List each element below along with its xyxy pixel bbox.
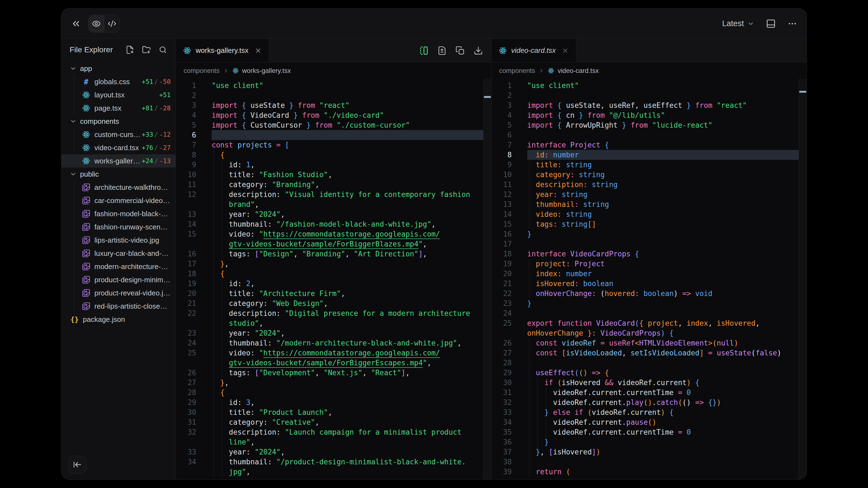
code-line[interactable]: 18interface VideoCardProps { — [492, 249, 807, 259]
code-line[interactable]: 28 { — [176, 388, 491, 397]
tree-folder-app[interactable]: app — [61, 62, 176, 75]
code-line[interactable]: 14 video: string — [492, 209, 807, 219]
code-line[interactable]: 22 onHoverChange: (hovered: boolean) => … — [492, 289, 807, 298]
code-line[interactable]: 9 id: 1, — [176, 160, 491, 170]
code-line[interactable]: 4import { VideoCard } from "./video-card… — [176, 110, 491, 120]
new-file-button[interactable] — [125, 45, 134, 54]
tree-file-fashion-runway-scen[interactable]: fashion-runway-scen… — [61, 220, 176, 233]
tree-file-luxury-car-black-and-[interactable]: luxury-car-black-and-… — [61, 247, 176, 260]
tree-file-globals.css[interactable]: #globals.css+51/-50 — [61, 75, 176, 88]
file-diff-button[interactable] — [437, 46, 447, 55]
collapse-sidebar-button[interactable] — [68, 456, 86, 474]
new-folder-button[interactable] — [142, 45, 151, 54]
scrollbar-thumb[interactable] — [484, 96, 491, 98]
close-tab-icon[interactable] — [562, 47, 569, 54]
more-options-button[interactable] — [787, 19, 797, 29]
tree-file-page.tsx[interactable]: page.tsx+81/-28 — [61, 101, 176, 115]
code-line[interactable]: 36 } — [492, 437, 807, 447]
code-line[interactable]: 34 thumbnail: "/product-design-minimalis… — [176, 457, 491, 467]
tree-file-product-reveal-video.j[interactable]: product-reveal-video.j… — [61, 286, 176, 299]
panel-layout-button[interactable] — [766, 19, 776, 29]
code-line[interactable]: 3import { useState, useRef, useEffect } … — [492, 100, 807, 110]
code-line[interactable]: gtv-videos-bucket/sample/ForBiggerBlazes… — [176, 239, 491, 249]
code-line[interactable]: 8 { — [176, 150, 491, 160]
download-button[interactable] — [474, 46, 483, 55]
code-line[interactable]: line", — [176, 437, 491, 447]
scrollbar-track[interactable] — [483, 79, 491, 480]
code-line[interactable]: 7interface Project { — [492, 140, 807, 150]
code-line[interactable]: 17 — [492, 239, 807, 249]
code-toggle-button[interactable] — [104, 15, 120, 32]
code-line[interactable]: 17 }, — [176, 259, 491, 269]
code-line[interactable]: 19 project: Project — [492, 259, 807, 269]
code-line[interactable]: 6 — [492, 130, 807, 140]
code-line[interactable]: 24 thumbnail: "/modern-architecture-blac… — [176, 338, 491, 348]
code-line[interactable]: 23 year: "2024", — [176, 328, 491, 338]
code-line[interactable]: 2 — [176, 91, 491, 100]
code-line[interactable]: 26 tags: ["Development", "Next.js", "Rea… — [176, 368, 491, 378]
code-line[interactable]: 7const projects = [ — [176, 140, 491, 150]
code-line[interactable]: 19 id: 2, — [176, 279, 491, 289]
collapse-panel-button[interactable] — [71, 19, 81, 29]
code-line[interactable]: 28 — [492, 358, 807, 368]
tree-file-modern-architecture-[interactable]: modern-architecture-… — [61, 260, 176, 273]
tree-file-video-card.tsx[interactable]: video-card.tsx+76/-27 — [61, 141, 176, 154]
tree-file-architecture-walkthro[interactable]: architecture-walkthro… — [61, 181, 176, 194]
code-line[interactable]: 38 — [492, 457, 807, 467]
tree-file-custom-curs[interactable]: custom-curs…+33/-12 — [61, 128, 176, 141]
code-line[interactable]: 10 title: "Fashion Studio", — [176, 170, 491, 180]
code-line[interactable]: 3import { useState } from "react" — [176, 100, 491, 110]
breadcrumb-file[interactable]: video-card.tsx — [558, 67, 598, 74]
code-line[interactable]: 31 category: "Creative", — [176, 417, 491, 427]
code-line[interactable]: 29 useEffect(() => { — [492, 368, 807, 378]
pane-2-code[interactable]: 1"use client"23import { useState, useRef… — [492, 79, 807, 480]
code-line[interactable]: 4import { cn } from "@/lib/utils" — [492, 110, 807, 120]
code-line[interactable]: 22 description: "Digital presence for a … — [176, 308, 491, 318]
code-line[interactable]: 37 }, [isHovered]) — [492, 447, 807, 457]
scrollbar-thumb[interactable] — [799, 91, 806, 93]
code-line[interactable]: brand", — [176, 199, 491, 209]
code-line[interactable]: 30 if (isHovered && videoRef.current) { — [492, 378, 807, 388]
code-line[interactable]: 5import { CustomCursor } from "./custom-… — [176, 120, 491, 130]
code-line[interactable]: 25export function VideoCard({ project, i… — [492, 318, 807, 328]
code-line[interactable]: 33 year: "2024", — [176, 447, 491, 457]
code-line[interactable]: gtv-videos-bucket/sample/ForBiggerEscape… — [176, 358, 491, 368]
tree-file-works-galler[interactable]: works-galler…+24/-13 — [61, 154, 176, 167]
code-line[interactable]: 15 video: "https://commondatastorage.goo… — [176, 229, 491, 239]
code-line[interactable]: 2 — [492, 91, 807, 100]
code-line[interactable]: 10 category: string — [492, 170, 807, 180]
code-line[interactable]: 21 category: "Web Design", — [176, 298, 491, 308]
code-line[interactable]: 24 — [492, 308, 807, 318]
code-line[interactable]: jpg", — [176, 467, 491, 477]
code-line[interactable]: studio", — [176, 318, 491, 328]
tree-folder-components[interactable]: components — [61, 115, 176, 128]
code-line[interactable]: 25 video: "https://commondatastorage.goo… — [176, 348, 491, 358]
tab-video-card[interactable]: video-card.tsx — [492, 39, 577, 62]
code-line[interactable]: 16 tags: ["Design", "Branding", "Art Dir… — [176, 249, 491, 259]
code-line[interactable]: 34 videoRef.current.pause() — [492, 417, 807, 427]
close-tab-icon[interactable] — [254, 47, 262, 54]
breadcrumb-folder[interactable]: components — [184, 67, 220, 74]
code-line[interactable]: 18 { — [176, 269, 491, 279]
code-line[interactable]: 12 description: "Visual identity for a c… — [176, 190, 491, 199]
code-line[interactable]: 1"use client" — [492, 80, 807, 91]
code-line[interactable]: 29 id: 3, — [176, 397, 491, 408]
code-line[interactable]: 15 tags: string[] — [492, 219, 807, 229]
code-line[interactable]: 9 title: string — [492, 160, 807, 170]
breadcrumb-file[interactable]: works-gallery.tsx — [242, 67, 291, 74]
scrollbar-track[interactable] — [799, 79, 807, 480]
code-line[interactable]: 27 const [isVideoLoaded, setIsVideoLoade… — [492, 348, 807, 358]
version-selector[interactable]: Latest — [722, 19, 754, 28]
tree-file-fashion-model-black-[interactable]: fashion-model-black-… — [61, 207, 176, 220]
search-files-button[interactable] — [158, 45, 167, 54]
code-line[interactable]: 32 description: "Launch campaign for a m… — [176, 427, 491, 437]
code-line[interactable]: 13 thumbnail: string — [492, 199, 807, 209]
code-line[interactable]: 5import { ArrowUpRight } from "lucide-re… — [492, 120, 807, 130]
tree-file-product-design-minim[interactable]: product-design-minim… — [61, 273, 176, 286]
tab-works-gallery[interactable]: works-gallery.tsx — [176, 39, 269, 62]
code-line[interactable]: 21 isHovered: boolean — [492, 279, 807, 289]
code-line[interactable]: 31 videoRef.current.currentTime = 0 — [492, 388, 807, 397]
code-line[interactable]: 11 category: "Branding", — [176, 180, 491, 190]
code-line[interactable]: 30 title: "Product Launch", — [176, 408, 491, 417]
code-line[interactable]: 27 }, — [176, 378, 491, 388]
